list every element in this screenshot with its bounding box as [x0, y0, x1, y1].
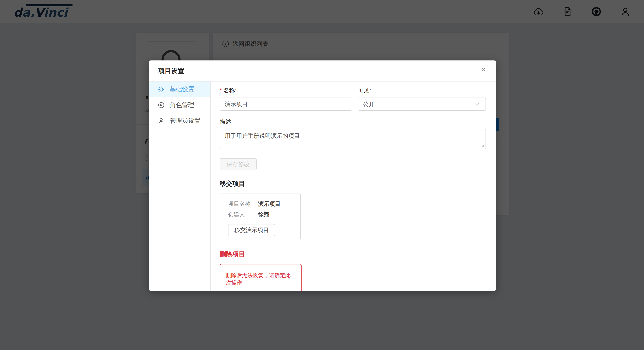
chevron-down-icon: [474, 103, 479, 106]
viewport: da.Vinci: [0, 0, 644, 350]
visibility-selected-value: 公开: [363, 100, 374, 108]
sidebar-item-admin-settings[interactable]: 管理员设置: [149, 113, 210, 128]
visibility-label: 可见:: [358, 87, 486, 93]
modal-body: 基础设置 R 角色管理 管理员设置: [149, 82, 496, 290]
transfer-project-button[interactable]: 移交演示项目: [228, 224, 275, 236]
user-icon: [158, 117, 165, 124]
description-wrap: 用于用户手册说明演示的项目: [220, 129, 486, 149]
name-field-group: *名称:: [220, 87, 352, 111]
save-changes-button[interactable]: 保存修改: [220, 158, 257, 170]
resize-grip-icon[interactable]: [480, 143, 485, 147]
modal-main: *名称: 可见: 公开 描述:: [211, 82, 496, 290]
close-icon[interactable]: ×: [481, 65, 486, 74]
creator-value: 徐翔: [258, 211, 269, 218]
project-name-label: 项目名称: [228, 200, 251, 207]
project-name-row: 项目名称 演示项目: [228, 200, 292, 207]
modal-sidebar: 基础设置 R 角色管理 管理员设置: [149, 82, 211, 290]
transfer-heading: 移交项目: [220, 180, 486, 188]
svg-text:R: R: [160, 103, 162, 107]
delete-heading: 删除项目: [220, 250, 486, 259]
gear-icon: [158, 86, 165, 93]
sidebar-item-role-management[interactable]: R 角色管理: [149, 97, 210, 113]
modal-title: 项目设置: [158, 66, 184, 75]
required-mark: *: [220, 87, 222, 93]
name-label: *名称:: [220, 87, 352, 93]
sidebar-item-label: 角色管理: [170, 101, 194, 109]
delete-warning-text: 删除后无法恢复，请确定此次操作: [226, 272, 296, 286]
description-label: 描述:: [220, 118, 486, 124]
project-settings-modal: 项目设置 × 基础设置: [149, 60, 496, 291]
project-name-input[interactable]: [220, 98, 352, 111]
visibility-field-group: 可见: 公开: [358, 87, 486, 111]
delete-warning-box: 删除后无法恢复，请确定此次操作 删除演示项目: [220, 264, 302, 291]
description-textarea[interactable]: 用于用户手册说明演示的项目: [220, 129, 486, 149]
creator-row: 创建人 徐翔: [228, 211, 292, 218]
sidebar-item-basic-settings[interactable]: 基础设置: [149, 82, 210, 97]
creator-label: 创建人: [228, 211, 251, 218]
visibility-select[interactable]: 公开: [358, 98, 486, 111]
sidebar-item-label: 管理员设置: [170, 116, 200, 125]
form-row: *名称: 可见: 公开: [220, 87, 486, 111]
modal-header: 项目设置 ×: [149, 60, 496, 82]
sidebar-item-label: 基础设置: [170, 85, 194, 94]
project-name-value: 演示项目: [258, 200, 280, 207]
registered-icon: R: [158, 102, 165, 109]
transfer-card: 项目名称 演示项目 创建人 徐翔 移交演示项目: [220, 194, 301, 239]
